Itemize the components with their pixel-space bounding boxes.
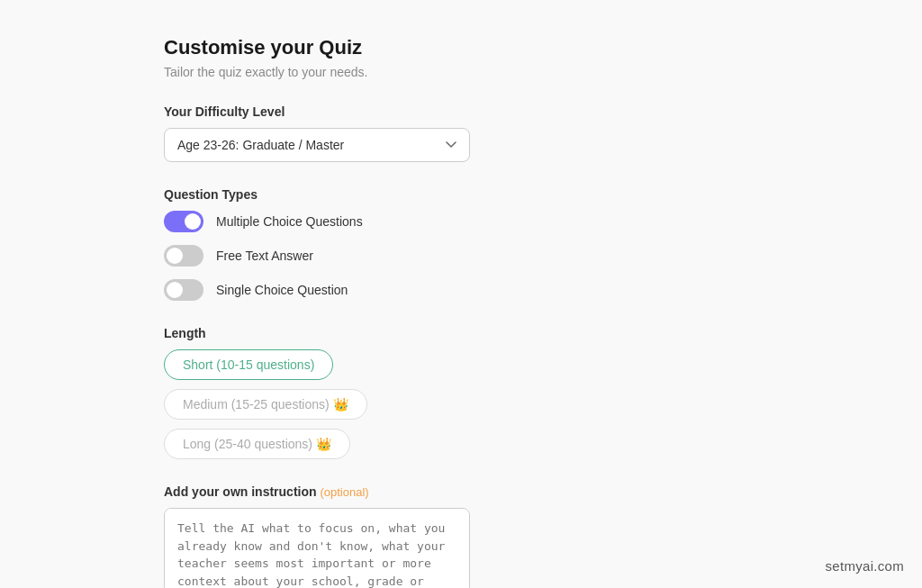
toggle-fta-slider (164, 245, 203, 267)
length-btn-long[interactable]: Long (25-40 questions) 👑 (164, 429, 350, 459)
main-container: Customise your Quiz Tailor the quiz exac… (146, 9, 776, 588)
toggle-fta[interactable] (164, 245, 203, 267)
length-label: Length (164, 326, 758, 340)
instruction-section: Add your own instruction (optional) (164, 484, 758, 588)
toggle-mcq-label: Multiple Choice Questions (216, 214, 363, 229)
watermark: setmyai.com (826, 558, 905, 574)
length-options: Short (10-15 questions) Medium (15-25 qu… (164, 349, 758, 459)
question-types-label: Question Types (164, 187, 758, 202)
toggle-row-fta: Free Text Answer (164, 245, 758, 267)
toggle-fta-label: Free Text Answer (216, 249, 313, 263)
toggle-mcq-slider (164, 211, 203, 232)
length-section: Length Short (10-15 questions) Medium (1… (164, 326, 758, 459)
instruction-label-text: Add your own instruction (164, 484, 317, 499)
question-types-section: Question Types Multiple Choice Questions… (164, 187, 758, 301)
instruction-optional: (optional) (320, 485, 368, 499)
instruction-textarea[interactable] (164, 508, 470, 588)
difficulty-label: Your Difficulty Level (164, 104, 758, 119)
difficulty-select[interactable]: Age 5-7: Beginner Age 8-10: Elementary A… (164, 128, 470, 162)
toggle-row-mcq: Multiple Choice Questions (164, 211, 758, 232)
length-btn-medium[interactable]: Medium (15-25 questions) 👑 (164, 389, 367, 420)
toggle-row-scq: Single Choice Question (164, 279, 758, 301)
toggle-mcq[interactable] (164, 211, 203, 232)
toggle-scq-label: Single Choice Question (216, 283, 348, 297)
length-btn-short[interactable]: Short (10-15 questions) (164, 349, 333, 380)
page-subtitle: Tailor the quiz exactly to your needs. (164, 65, 758, 79)
page-title: Customise your Quiz (164, 36, 758, 59)
toggle-scq[interactable] (164, 279, 203, 301)
toggle-scq-slider (164, 279, 203, 301)
instruction-label: Add your own instruction (optional) (164, 484, 758, 499)
